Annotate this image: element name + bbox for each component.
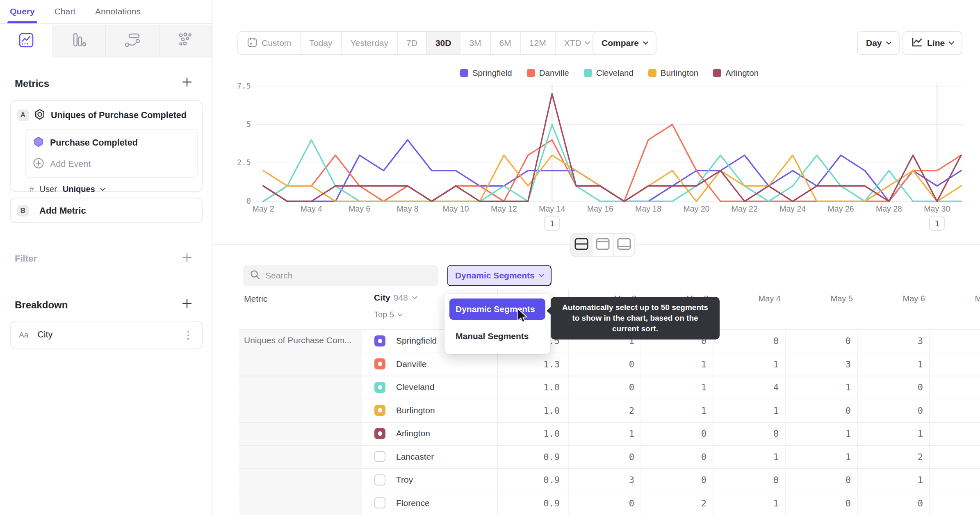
value-cell: 1 [640,359,707,369]
nav-tab-annotations[interactable]: Annotations [95,0,141,23]
table-row-florence[interactable]: Florence [374,497,430,508]
chart-type-tab-flow-chart[interactable] [106,25,160,57]
chart-type-tab-bar-chart[interactable] [53,25,107,57]
event-hexagon-icon [33,136,44,149]
value-cell: 1 [568,428,634,439]
x-axis-tick: May 18 [626,204,671,214]
range-today[interactable]: Today [301,32,342,54]
range-custom[interactable]: Custom [238,32,301,54]
x-axis-tick: May 10 [433,204,479,214]
row-divider [239,492,980,492]
nav-tab-query[interactable]: Query [10,0,35,23]
table-row-danville[interactable]: Danville [374,358,427,369]
range-12m[interactable]: 12M [521,32,556,54]
dropdown-item-manual-segments[interactable]: Manual Segments [449,326,545,347]
add-filter-plus-icon[interactable] [180,251,194,264]
checked-checkbox[interactable] [374,358,385,369]
metrics-section-title: Metrics [15,78,49,89]
row-divider [239,353,980,353]
value-cell: 3 [785,359,851,369]
range-label: Custom [262,38,291,48]
checked-checkbox[interactable] [374,405,385,416]
value-cell: 0 [568,359,634,369]
value-cell: 1 [713,452,779,462]
unchecked-checkbox[interactable] [374,497,385,508]
city-column-header[interactable]: City 948 [374,293,417,303]
add-event-row[interactable]: Add Event [26,153,197,175]
segment-city-name: Burlington [396,406,435,415]
value-cell: 1 [713,359,779,369]
range-7d[interactable]: 7D [398,32,427,54]
segment-city-name: Cleveland [396,382,434,392]
analytics-app: QueryChartAnnotations Metrics A Uniques … [0,0,980,515]
segment-mode-button[interactable]: Dynamic Segments [447,265,552,286]
chart-type-tab-line-chart[interactable] [0,25,53,57]
value-cell: 0 [785,406,851,416]
event-row[interactable]: Purchase Completed [26,132,197,153]
view-toggle-split-view[interactable] [571,234,593,256]
annotation-badge[interactable]: 1 [544,216,560,231]
search-input[interactable] [265,271,432,280]
metric-card-b[interactable]: B Add Metric [10,198,203,223]
metric-a-name: Uniques of Purchase Completed [51,110,187,121]
range-6m[interactable]: 6M [491,32,521,54]
table-row-springfield[interactable]: Springfield [374,335,437,346]
annotation-badge[interactable]: 1 [929,216,945,231]
x-axis-tick: May 2 [241,204,286,214]
kebab-menu-icon[interactable]: ⋮ [183,332,194,338]
checked-checkbox[interactable] [374,382,385,393]
chart-style-button[interactable]: Line [903,31,962,55]
checkbox-dot [378,362,382,366]
chevron-down-icon [412,294,417,299]
x-axis-tick: May 4 [289,204,334,214]
nav-tab-chart[interactable]: Chart [55,0,75,23]
add-metric-plus-icon[interactable] [180,75,194,89]
unchecked-checkbox[interactable] [374,451,385,462]
segment-search[interactable] [243,265,438,286]
top-n-selector[interactable]: Top 5 [374,310,402,319]
date-column-header: May 5 [785,294,853,305]
value-cell: 2 [568,406,634,416]
range-label: 3M [469,38,481,48]
checked-checkbox[interactable] [374,335,385,346]
table-row-cleveland[interactable]: Cleveland [374,382,434,393]
segments-tooltip: Automatically select up to 50 segments t… [551,297,720,340]
table-row-burlington[interactable]: Burlington [374,405,435,416]
metric-card-a[interactable]: A Uniques of Purchase Completed Purchase… [10,100,203,192]
range-30d[interactable]: 30D [427,32,461,54]
compare-button[interactable]: Compare [593,31,656,55]
range-xtd[interactable]: XTD [556,32,598,54]
value-cell: 0 [713,336,779,346]
chart-type-tab-scatter-chart[interactable] [160,25,212,57]
measure-selector[interactable]: # User Uniques [11,178,202,194]
value-cell: 0 [568,452,634,462]
checked-checkbox[interactable] [374,428,385,439]
range-label: Today [309,38,332,48]
range-3m[interactable]: 3M [460,32,490,54]
search-icon [250,269,260,282]
measure-agg-label: Uniques [63,185,95,194]
view-toggle-chart-top-view[interactable] [593,234,614,256]
segment-city-name: Arlington [396,428,430,438]
breakdown-city-card[interactable]: Aa City ⋮ [10,321,203,349]
granularity-button[interactable]: Day [857,31,900,55]
range-label: 30D [435,38,451,48]
segment-mode-label: Dynamic Segments [455,271,535,280]
line-chart[interactable]: 02.557.5May 2May 4May 6May 8May 10May 12… [213,57,980,238]
y-axis-tick: 5 [222,120,251,129]
metric-a-header[interactable]: A Uniques of Purchase Completed [11,101,202,125]
calendar-icon [247,37,258,50]
add-breakdown-plus-icon[interactable] [180,297,194,310]
add-event-label: Add Event [50,159,91,169]
view-toggle-table-bottom-view[interactable] [614,234,634,256]
x-axis-tick: May 6 [337,204,382,214]
value-cell: 1 [785,452,851,462]
range-label: 7D [406,38,417,48]
dropdown-item-dynamic-segments[interactable]: Dynamic Segments [449,299,545,320]
sidebar-nav-tabs: QueryChartAnnotations [0,0,212,24]
unchecked-checkbox[interactable] [374,474,385,485]
range-yesterday[interactable]: Yesterday [342,32,398,54]
table-row-troy[interactable]: Troy [374,474,413,485]
table-row-lancaster[interactable]: Lancaster [374,451,434,462]
table-row-arlington[interactable]: Arlington [374,428,430,439]
